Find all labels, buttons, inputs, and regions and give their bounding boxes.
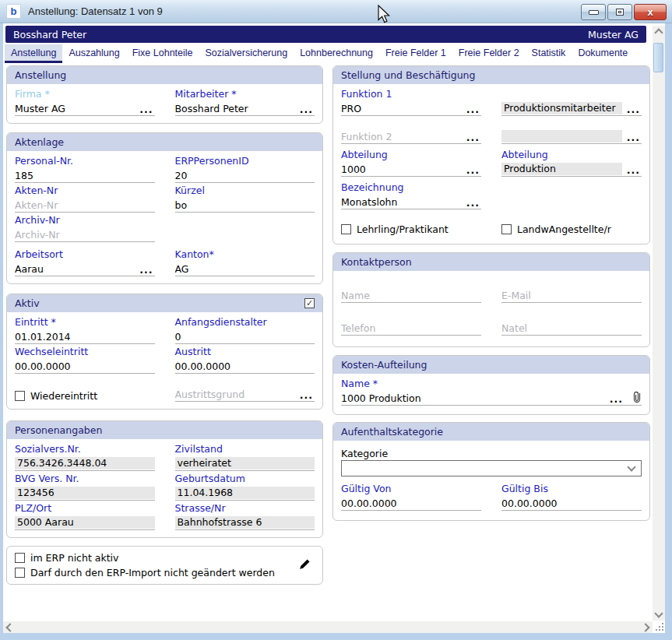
scroll-down-button[interactable] <box>653 609 665 621</box>
close-button[interactable]: x <box>634 4 667 20</box>
mitarbeiter-browse-button[interactable]: ... <box>298 104 315 114</box>
kuerzel-input[interactable]: bo <box>175 197 315 213</box>
bezeichnung-label: Bezeichnung <box>341 181 481 194</box>
vertical-scrollbar[interactable] <box>653 26 665 621</box>
lehrling-checkbox[interactable] <box>341 224 351 234</box>
kategorie-select[interactable] <box>341 460 642 476</box>
eintritt-label: Eintritt * <box>15 316 155 329</box>
anfangsdienstalter-input[interactable]: 0 <box>175 329 315 344</box>
funktion1-input[interactable]: PRO ... <box>341 100 481 116</box>
firma-input[interactable]: Muster AG ... <box>15 100 155 116</box>
akten-nr-label: Akten-Nr <box>15 185 155 197</box>
maximize-button[interactable] <box>607 4 632 20</box>
funktion2-input[interactable]: Funktion 2 ... <box>341 128 481 144</box>
kontakt-email-input[interactable]: E-Mail <box>501 287 642 303</box>
wiedereintritt-checkbox[interactable] <box>15 391 25 401</box>
funktion2-browse-button[interactable]: ... <box>465 132 481 142</box>
aktiv-checkbox[interactable]: ✓ <box>304 298 315 308</box>
gueltig-von-input[interactable]: 00.00.0000 <box>341 495 481 511</box>
left-column: Anstellung Firma * Muster AG ... Mitarbe… <box>6 65 323 585</box>
mitarbeiter-input[interactable]: Bosshard Peter ... <box>175 100 315 116</box>
scroll-up-button[interactable] <box>653 26 665 37</box>
group-aktiv-title: Aktiv <box>15 297 40 310</box>
tab-auszahlung[interactable]: Auszahlung <box>62 44 125 63</box>
kosten-name-input[interactable]: 1000 Produktion ... <box>341 390 642 406</box>
kontakt-name-input[interactable]: Name <box>341 287 481 303</box>
erp-personen-id-input[interactable]: 20 <box>175 167 315 183</box>
abteilung-code-input[interactable]: 1000 ... <box>341 161 481 177</box>
austritt-label: Austritt <box>175 346 315 358</box>
kontakt-telefon-input[interactable]: Telefon <box>341 320 481 336</box>
tab-anstellung[interactable]: Anstellung <box>5 44 62 63</box>
plz-ort-label: PLZ/Ort <box>15 502 155 515</box>
maximize-icon <box>616 9 624 16</box>
scroll-left-button[interactable] <box>3 621 15 633</box>
mitarbeiter-label: Mitarbeiter * <box>175 88 315 100</box>
group-anstellung: Anstellung Firma * Muster AG ... Mitarbe… <box>6 65 323 124</box>
titlebar[interactable]: b Anstellung: Datensatz 1 von 9 x <box>0 0 672 23</box>
group-aufenthalt-title: Aufenthaltskategorie <box>341 425 443 438</box>
archiv-nr-label: Archiv-Nr <box>15 214 155 227</box>
tab-freie-felder-2[interactable]: Freie Felder 2 <box>452 44 526 63</box>
kontakt-email-field: E-Mail <box>501 287 642 303</box>
erp-import-checkbox[interactable] <box>15 568 25 578</box>
funktion2-name-browse-button[interactable]: ... <box>625 132 642 142</box>
scroll-right-button[interactable] <box>641 621 653 633</box>
paperclip-icon[interactable] <box>632 390 642 404</box>
bvg-readonly: 123456 <box>15 485 155 501</box>
zivilstand-field: Zivilstand verheiratet <box>175 443 315 471</box>
bvg-field: BVG Vers. Nr. 123456 <box>15 473 155 501</box>
record-person-name: Bosshard Peter <box>13 29 86 40</box>
akten-nr-input[interactable]: Akten-Nr <box>15 197 155 213</box>
abteilung-code-browse-button[interactable]: ... <box>465 165 481 175</box>
tab-fixe-lohnteile[interactable]: Fixe Lohnteile <box>126 44 199 63</box>
gueltig-bis-input[interactable]: 00.00.0000 <box>501 495 642 511</box>
kanton-field: Kanton* AG <box>175 248 315 276</box>
landw-row: LandwAngestellte/r <box>501 223 642 235</box>
window-controls: x <box>581 4 667 20</box>
erp-nicht-aktiv-label: im ERP nicht aktiv <box>30 552 118 564</box>
landw-checkbox[interactable] <box>501 224 512 234</box>
tab-sozialversicherung[interactable]: Sozialversicherung <box>199 44 294 63</box>
bezeichnung-browse-button[interactable]: ... <box>465 198 481 208</box>
group-aktenlage: Aktenlage Personal-Nr. 185 ERPPersonenID… <box>6 132 323 284</box>
archiv-nr-input[interactable]: Archiv-Nr <box>15 227 155 242</box>
group-kosten-title: Kosten-Aufteilung <box>341 358 427 371</box>
kanton-input[interactable]: AG <box>175 261 315 276</box>
erp-nicht-aktiv-checkbox[interactable] <box>15 553 25 563</box>
tab-lohnberechnung[interactable]: Lohnberechnung <box>294 44 379 63</box>
kontakt-natel-input[interactable]: Natel <box>501 320 642 336</box>
bezeichnung-input[interactable]: Monatslohn ... <box>341 194 481 209</box>
kontakt-natel-field: Natel <box>501 320 642 336</box>
horizontal-scrollbar[interactable] <box>3 621 653 633</box>
group-personenangaben-title: Personenangaben <box>15 424 102 437</box>
eintritt-input[interactable]: 01.01.2014 <box>15 329 155 344</box>
resize-grip[interactable] <box>655 622 665 632</box>
personal-nr-input[interactable]: 185 <box>15 167 155 183</box>
funktion1-field: Funktion 1 PRO ... <box>341 88 481 116</box>
austritt-input[interactable]: 00.00.0000 <box>175 358 315 374</box>
gueltig-von-field: Gültig Von 00.00.0000 <box>341 483 481 511</box>
bezeichnung-field: Bezeichnung Monatslohn ... <box>341 181 481 209</box>
group-aktenlage-title: Aktenlage <box>15 135 64 149</box>
firma-browse-button[interactable]: ... <box>138 104 154 114</box>
lehrling-label: Lehrling/Praktikant <box>357 223 449 235</box>
arbeitsort-input[interactable]: Aarau ... <box>15 261 155 276</box>
edit-pencil-icon[interactable] <box>298 557 311 573</box>
tab-statistik[interactable]: Statistik <box>526 44 572 63</box>
arbeitsort-browse-button[interactable]: ... <box>138 265 154 275</box>
minimize-button[interactable] <box>581 4 606 20</box>
tab-dokumente[interactable]: Dokumente <box>572 44 634 63</box>
vertical-scrollbar-thumb[interactable] <box>653 43 663 72</box>
funktion1-browse-button[interactable]: ... <box>465 104 481 114</box>
tab-freie-felder-1[interactable]: Freie Felder 1 <box>379 44 452 63</box>
austrittsgrund-browse-button[interactable]: ... <box>298 390 315 400</box>
kosten-name-browse-button[interactable]: ... <box>608 394 625 404</box>
austrittsgrund-input[interactable]: Austrittsgrund ... <box>175 386 315 402</box>
window-title: Anstellung: Datensatz 1 von 9 <box>28 5 163 17</box>
wechseleintritt-input[interactable]: 00.00.0000 <box>15 358 155 374</box>
funktion1-name-browse-button[interactable]: ... <box>625 104 642 114</box>
abteilung-name-browse-button[interactable]: ... <box>625 165 642 175</box>
strasse-readonly: Bahnhofstrasse 6 <box>175 515 315 530</box>
strasse-field: Strasse/Nr Bahnhofstrasse 6 <box>175 502 315 530</box>
